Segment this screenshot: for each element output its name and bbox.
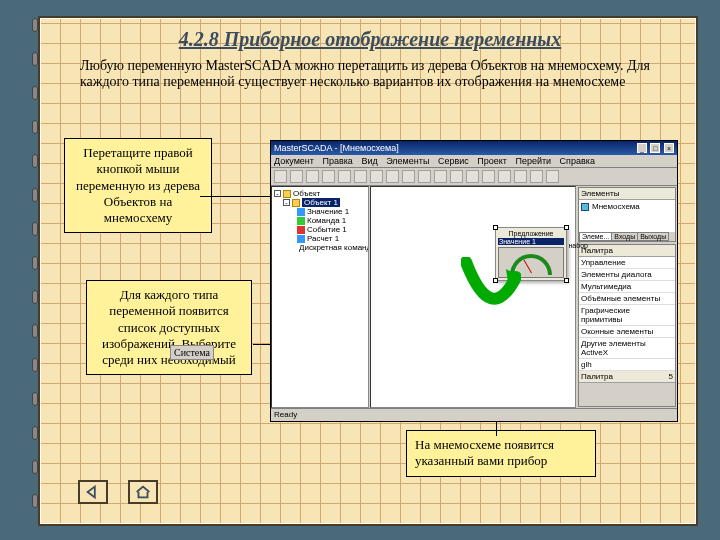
tree-label: Дискретная команда bbox=[299, 243, 369, 252]
toolbar-button[interactable] bbox=[386, 170, 399, 183]
prev-button[interactable] bbox=[78, 480, 108, 504]
var-icon bbox=[297, 217, 305, 225]
client-area: - Объект - Объект 1 Значение 1 Команда 1… bbox=[271, 186, 677, 408]
menu-item[interactable]: Документ bbox=[274, 156, 314, 166]
menu-item[interactable]: Элементы bbox=[386, 156, 429, 166]
list-item-label: Мнемосхема bbox=[592, 202, 640, 211]
toolbar-button[interactable] bbox=[402, 170, 415, 183]
elements-panel: Элементы Мнемосхема Элеме... Входы Выход… bbox=[578, 187, 676, 242]
list-item[interactable]: Объёмные элементы bbox=[579, 293, 675, 305]
toolbar-button[interactable] bbox=[322, 170, 335, 183]
popup-selected[interactable]: Значение 1 bbox=[498, 238, 564, 245]
toolbar-button[interactable] bbox=[530, 170, 543, 183]
toolbar-button[interactable] bbox=[466, 170, 479, 183]
minimize-button[interactable]: _ bbox=[637, 143, 647, 153]
folder-icon bbox=[283, 190, 291, 198]
system-label: Система bbox=[170, 345, 214, 360]
callout-3: На мнемосхеме появится указанный вами пр… bbox=[406, 430, 596, 477]
tree-label: Команда 1 bbox=[307, 216, 346, 225]
folder-icon bbox=[292, 199, 300, 207]
toolbar-button[interactable] bbox=[482, 170, 495, 183]
tree-row[interactable]: - Объект bbox=[273, 189, 367, 198]
toolbar-button[interactable] bbox=[290, 170, 303, 183]
palette-footer: Палитра 5 bbox=[579, 371, 675, 383]
panel-header: Элементы bbox=[579, 188, 675, 200]
maximize-button[interactable]: □ bbox=[650, 143, 660, 153]
titlebar: MasterSCADA - [Мнемосхема] _ □ × bbox=[271, 141, 677, 155]
toolbar-button[interactable] bbox=[338, 170, 351, 183]
tab[interactable]: Выходы bbox=[637, 232, 669, 241]
var-icon bbox=[297, 208, 305, 216]
list-item[interactable]: Графические примитивы bbox=[579, 305, 675, 326]
tab[interactable]: Элеме... bbox=[579, 232, 612, 241]
expand-icon[interactable]: - bbox=[283, 199, 290, 206]
menu-item[interactable]: Вид bbox=[361, 156, 377, 166]
tree-row[interactable]: Значение 1 bbox=[273, 207, 367, 216]
palette-panel: Палитра Управление Элементы диалога Муль… bbox=[578, 244, 676, 407]
expand-icon[interactable]: - bbox=[274, 190, 281, 197]
menu-item[interactable]: Правка bbox=[322, 156, 352, 166]
tree-row[interactable]: Команда 1 bbox=[273, 216, 367, 225]
callout-2: Для каждого типа переменной появится спи… bbox=[86, 280, 252, 375]
toolbar bbox=[271, 168, 677, 186]
footer-value: 5 bbox=[669, 372, 673, 381]
tree-pane[interactable]: - Объект - Объект 1 Значение 1 Команда 1… bbox=[271, 186, 369, 408]
list-item[interactable]: Мультимедиа bbox=[579, 281, 675, 293]
palette-list[interactable]: Управление Элементы диалога Мультимедиа … bbox=[579, 257, 675, 371]
drag-arrow-icon bbox=[461, 257, 521, 327]
popup-side: набор bbox=[568, 242, 588, 249]
app-window: MasterSCADA - [Мнемосхема] _ □ × Докумен… bbox=[270, 140, 678, 422]
popup-header: Предложение bbox=[498, 230, 564, 237]
window-title: MasterSCADA - [Мнемосхема] bbox=[274, 143, 399, 153]
tree-label: Объект bbox=[293, 189, 320, 198]
statusbar: Ready bbox=[271, 408, 677, 421]
list-item[interactable]: glh bbox=[579, 359, 675, 371]
toolbar-button[interactable] bbox=[306, 170, 319, 183]
toolbar-button[interactable] bbox=[546, 170, 559, 183]
tree-row[interactable]: - Объект 1 bbox=[273, 198, 367, 207]
tree-label: Событие 1 bbox=[307, 225, 347, 234]
tree-row[interactable]: Дискретная команда bbox=[273, 243, 367, 252]
mnemo-canvas[interactable]: Предложение Значение 1 набор bbox=[370, 186, 576, 408]
toolbar-button[interactable] bbox=[354, 170, 367, 183]
tree-label: Расчет 1 bbox=[307, 234, 339, 243]
right-pane: Элементы Мнемосхема Элеме... Входы Выход… bbox=[577, 186, 677, 408]
footer-label: Палитра bbox=[581, 372, 613, 381]
callout-1: Перетащите правой кнопкой мыши переменну… bbox=[64, 138, 212, 233]
toolbar-button[interactable] bbox=[450, 170, 463, 183]
list-item[interactable]: Управление bbox=[579, 257, 675, 269]
toolbar-button[interactable] bbox=[498, 170, 511, 183]
list-item[interactable]: Другие элементы ActiveX bbox=[579, 338, 675, 359]
tree-label-selected: Объект 1 bbox=[302, 198, 340, 207]
toolbar-button[interactable] bbox=[514, 170, 527, 183]
list-item[interactable]: Оконные элементы bbox=[579, 326, 675, 338]
toolbar-button[interactable] bbox=[370, 170, 383, 183]
tree-row[interactable]: Расчет 1 bbox=[273, 234, 367, 243]
slide-intro: Любую переменную MasterSCADA можно перет… bbox=[80, 58, 660, 90]
menu-item[interactable]: Перейти bbox=[515, 156, 551, 166]
slide-nav bbox=[78, 480, 158, 504]
slide-title: 4.2.8 Приборное отображение переменных bbox=[80, 28, 660, 51]
home-button[interactable] bbox=[128, 480, 158, 504]
tab[interactable]: Входы bbox=[611, 232, 638, 241]
menu-item[interactable]: Проект bbox=[477, 156, 507, 166]
toolbar-button[interactable] bbox=[274, 170, 287, 183]
tree-row[interactable]: Событие 1 bbox=[273, 225, 367, 234]
close-button[interactable]: × bbox=[664, 143, 674, 153]
list-item[interactable]: Элементы диалога bbox=[579, 269, 675, 281]
tabs[interactable]: Элеме... Входы Выходы bbox=[579, 232, 675, 241]
menu-item[interactable]: Справка bbox=[560, 156, 595, 166]
panel-body[interactable]: Мнемосхема bbox=[579, 200, 675, 232]
menu-item[interactable]: Сервис bbox=[438, 156, 469, 166]
panel-header: Палитра bbox=[579, 245, 675, 257]
connector-line bbox=[200, 196, 280, 197]
mnemo-icon bbox=[581, 203, 589, 211]
toolbar-button[interactable] bbox=[418, 170, 431, 183]
menubar[interactable]: Документ Правка Вид Элементы Сервис Прое… bbox=[271, 155, 677, 168]
toolbar-button[interactable] bbox=[434, 170, 447, 183]
var-icon bbox=[297, 226, 305, 234]
tree-label: Значение 1 bbox=[307, 207, 349, 216]
window-controls: _ □ × bbox=[636, 143, 674, 153]
var-icon bbox=[297, 235, 305, 243]
